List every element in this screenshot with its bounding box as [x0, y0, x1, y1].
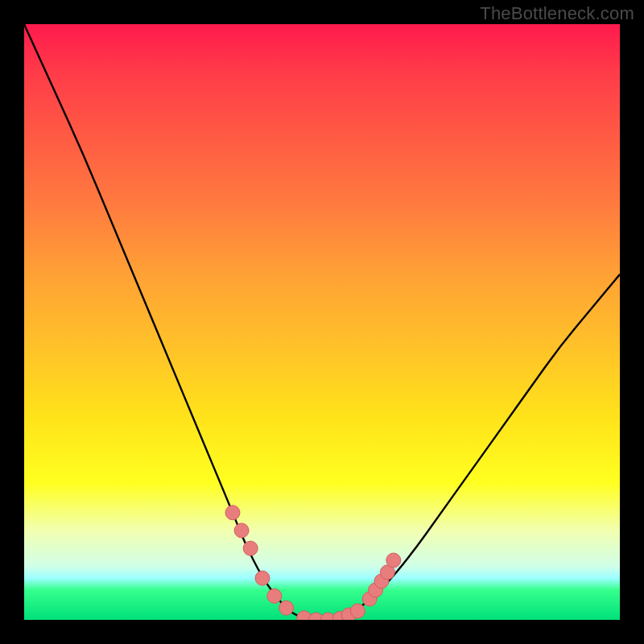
marker-point: [234, 523, 249, 538]
markers-group: [225, 506, 401, 620]
marker-point: [243, 541, 258, 555]
marker-point: [386, 553, 401, 568]
bottleneck-curve: [24, 24, 620, 620]
marker-point: [255, 571, 270, 585]
chart-frame: TheBottleneck.com: [0, 0, 644, 644]
marker-point: [279, 601, 294, 615]
marker-point: [350, 604, 365, 618]
watermark: TheBottleneck.com: [480, 3, 634, 24]
marker-point: [225, 506, 240, 520]
bottleneck-chart-svg: [24, 24, 620, 620]
plot-area: [24, 24, 620, 620]
marker-point: [267, 588, 282, 603]
